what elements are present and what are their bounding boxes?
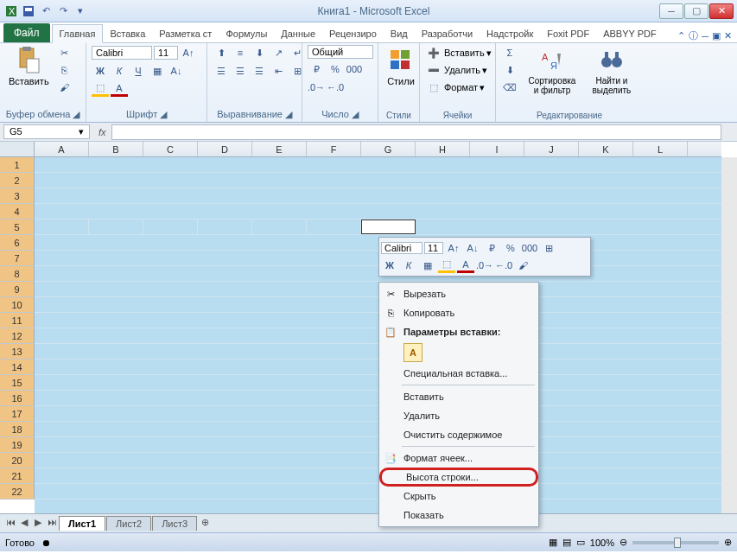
insert-cells-button[interactable]: ➕Вставить ▾ (425, 45, 492, 60)
indent-dec-icon[interactable]: ⇤ (270, 63, 287, 79)
ribbon-min-icon[interactable]: ⌃ (677, 30, 685, 41)
row-header[interactable]: 16 (0, 391, 35, 406)
autosum-icon[interactable]: Σ (501, 45, 518, 60)
col-header[interactable]: F (307, 142, 361, 156)
mdi-min-icon[interactable]: ─ (702, 31, 708, 41)
cut-icon[interactable]: ✂ (56, 45, 73, 60)
sheet-nav-last[interactable]: ⏭ (45, 517, 59, 531)
row-header[interactable]: 7 (0, 251, 35, 266)
ctx-format-cells[interactable]: 📑Формат ячеек... (379, 449, 538, 468)
styles-button[interactable]: Стили (384, 45, 418, 88)
mini-comma-icon[interactable]: 000 (521, 240, 538, 256)
name-box[interactable]: G5▾ (3, 124, 90, 139)
maximize-button[interactable]: ▢ (684, 3, 708, 19)
mini-merge-icon[interactable]: ⊞ (540, 240, 557, 256)
font-color-icon[interactable]: A (111, 81, 128, 97)
tab-layout[interactable]: Разметка ст (152, 25, 219, 42)
col-header[interactable]: H (416, 142, 470, 156)
ctx-copy[interactable]: ⎘Копировать (379, 303, 538, 322)
row-header[interactable]: 14 (0, 360, 35, 375)
format-cells-button[interactable]: ⬚Формат ▾ (425, 80, 485, 95)
mdi-close-icon[interactable]: ✕ (724, 30, 732, 41)
alignment-launcher[interactable]: ◢ (285, 109, 292, 119)
mini-italic-icon[interactable]: К (400, 258, 417, 273)
col-header[interactable]: I (470, 142, 524, 156)
view-layout-icon[interactable]: ▤ (562, 537, 571, 548)
font-launcher[interactable]: ◢ (160, 109, 167, 119)
underline-icon[interactable]: Ч (130, 63, 147, 79)
orientation-icon[interactable]: ↗ (270, 45, 287, 60)
shrink-font-icon[interactable]: A↓ (168, 63, 185, 79)
col-header[interactable]: G (361, 142, 416, 156)
view-normal-icon[interactable]: ▦ (549, 537, 557, 548)
mini-fill-icon[interactable]: ⬚ (438, 258, 455, 273)
fx-icon[interactable]: fx (93, 127, 111, 137)
align-bot-icon[interactable]: ⬇ (251, 45, 268, 60)
view-pagebreak-icon[interactable]: ▭ (576, 537, 585, 548)
tab-data[interactable]: Данные (274, 25, 322, 42)
mini-grow-icon[interactable]: A↑ (445, 240, 462, 256)
tab-developer[interactable]: Разработчи (415, 25, 480, 42)
sheet-nav-prev[interactable]: ◀ (17, 517, 31, 531)
percent-icon[interactable]: % (327, 61, 344, 77)
col-header[interactable]: K (579, 142, 633, 156)
font-select[interactable]: Calibri (92, 46, 152, 60)
row-header[interactable]: 18 (0, 422, 35, 437)
file-tab[interactable]: Файл (3, 23, 50, 42)
col-header[interactable]: D (198, 142, 252, 156)
col-header[interactable]: A (35, 142, 89, 156)
mini-format-painter-icon[interactable]: 🖌 (514, 258, 531, 273)
inc-decimal-icon[interactable]: .0→ (308, 80, 325, 95)
row-header[interactable]: 22 (0, 484, 35, 500)
mini-currency-icon[interactable]: ₽ (483, 240, 500, 256)
align-top-icon[interactable]: ⬆ (213, 45, 230, 60)
row-header[interactable]: 1 (0, 157, 35, 173)
comma-icon[interactable]: 000 (346, 61, 363, 77)
tab-abbyy[interactable]: ABBYY PDF (596, 25, 664, 42)
align-left-icon[interactable]: ☰ (213, 63, 230, 79)
number-launcher[interactable]: ◢ (352, 109, 359, 119)
currency-icon[interactable]: ₽ (308, 61, 325, 77)
undo-icon[interactable]: ↶ (38, 3, 54, 19)
sort-filter-button[interactable]: AЯ Сортировка и фильтр (522, 45, 582, 97)
formula-input[interactable] (111, 124, 721, 140)
row-header[interactable]: 2 (0, 173, 35, 188)
row-header[interactable]: 3 (0, 188, 35, 204)
sheet-tab[interactable]: Лист1 (59, 516, 105, 531)
dec-decimal-icon[interactable]: ←.0 (327, 80, 344, 95)
col-header[interactable]: B (89, 142, 143, 156)
ctx-delete[interactable]: Удалить (379, 406, 538, 425)
row-header[interactable]: 15 (0, 375, 35, 391)
col-header[interactable]: C (143, 142, 198, 156)
mini-fontcolor-icon[interactable]: A (457, 258, 474, 273)
align-center-icon[interactable]: ☰ (232, 63, 249, 79)
number-format-select[interactable]: Общий (308, 45, 373, 59)
mini-percent-icon[interactable]: % (502, 240, 519, 256)
tab-foxit[interactable]: Foxit PDF (540, 25, 596, 42)
row-header[interactable]: 19 (0, 437, 35, 453)
row-header[interactable]: 11 (0, 313, 35, 328)
clipboard-launcher[interactable]: ◢ (73, 109, 79, 119)
border-icon[interactable]: ▦ (149, 63, 166, 79)
align-right-icon[interactable]: ☰ (251, 63, 268, 79)
ctx-cut[interactable]: ✂Вырезать (379, 284, 538, 303)
row-header[interactable]: 17 (0, 406, 35, 422)
paste-button[interactable]: Вставить (5, 45, 53, 88)
paste-option-button[interactable]: A (403, 343, 423, 362)
row-header[interactable]: 10 (0, 297, 35, 313)
row-header[interactable]: 21 (0, 468, 35, 484)
bold-icon[interactable]: Ж (92, 63, 109, 79)
mini-shrink-icon[interactable]: A↓ (464, 240, 481, 256)
size-select[interactable]: 11 (154, 46, 178, 60)
row-header[interactable]: 13 (0, 344, 35, 360)
mini-size-select[interactable]: 11 (424, 242, 443, 254)
find-select-button[interactable]: Найти и выделить (586, 45, 638, 97)
mini-bold-icon[interactable]: Ж (381, 258, 398, 273)
col-header[interactable]: L (633, 142, 688, 156)
tab-addins[interactable]: Надстройк (480, 25, 540, 42)
zoom-in-button[interactable]: ⊕ (724, 537, 732, 548)
sheet-nav-next[interactable]: ▶ (31, 517, 45, 531)
italic-icon[interactable]: К (111, 63, 128, 79)
new-sheet-button[interactable]: ⊕ (198, 517, 212, 531)
mini-inc-dec-icon[interactable]: .0→ (476, 258, 493, 273)
